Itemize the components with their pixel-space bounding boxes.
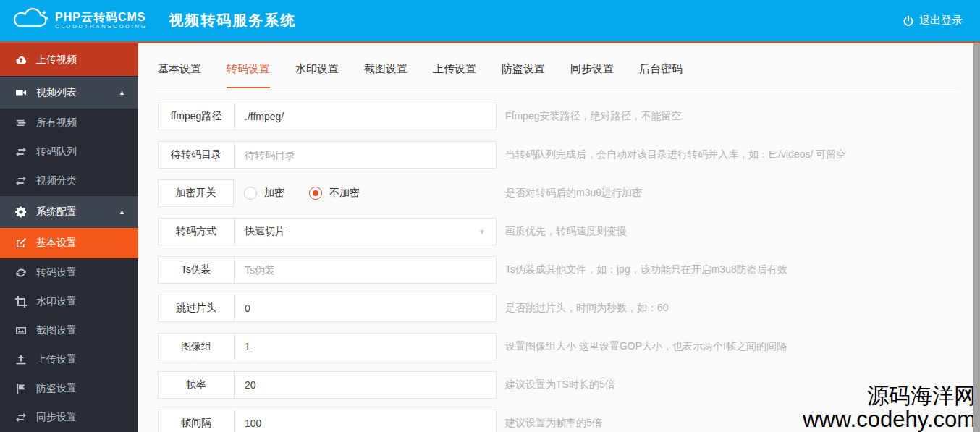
upload-icon <box>14 354 27 366</box>
ffmpeg-path-input[interactable] <box>245 111 486 122</box>
form-row-gop: 图像组设置图像组大小 这里设置GOP大小，也表示两个I帧之间的间隔 <box>158 333 980 360</box>
field-hint: 设置图像组大小 这里设置GOP大小，也表示两个I帧之间的间隔 <box>505 340 787 353</box>
power-icon <box>903 15 914 27</box>
image-icon <box>14 325 27 337</box>
video-icon <box>14 87 27 99</box>
field-box: 帧率 <box>158 371 497 399</box>
gear-icon <box>14 206 27 219</box>
sidebar-item-video-category[interactable]: 视频分类 <box>0 166 138 195</box>
settings-form: ffmpeg路径Ffmpeg安装路径，绝对路径，不能留空待转码目录当转码队列完成… <box>158 88 980 432</box>
vertical-scrollbar[interactable] <box>973 43 980 432</box>
page-title: 视频转码服务系统 <box>169 11 296 30</box>
form-row-encrypt-switch: 加密开关加密不加密是否对转码后的m3u8进行加密 <box>158 179 980 207</box>
exchange-icon <box>14 412 27 424</box>
form-row-pending-dir: 待转码目录当转码队列完成后，会自动对该目录进行转码并入库，如：E:/videos… <box>158 141 980 169</box>
field-hint: 画质优先，转码速度则变慢 <box>505 225 627 238</box>
field-hint: 当转码队列完成后，会自动对该目录进行转码并入库，如：E:/videos/ 可留空 <box>505 148 846 161</box>
flag-icon <box>14 383 27 395</box>
logout-button[interactable]: 退出登录 <box>903 14 963 27</box>
field-hint: Ffmpeg安装路径，绝对路径，不能留空 <box>505 110 681 123</box>
field-box: ffmpeg路径 <box>158 103 497 130</box>
sidebar-item-label: 上传设置 <box>36 353 77 366</box>
field-box: 帧间隔 <box>158 410 497 432</box>
form-row-ffmpeg-path: ffmpeg路径Ffmpeg安装路径，绝对路径，不能留空 <box>158 103 980 130</box>
sidebar-item-label: 系统配置 <box>36 206 77 219</box>
field-hint: 建议设置为TS时长的5倍 <box>505 378 615 391</box>
sidebar-item-all-videos[interactable]: 所有视频 <box>0 109 138 137</box>
tab-水印设置[interactable]: 水印设置 <box>295 62 339 88</box>
gop-input[interactable] <box>245 341 486 352</box>
watermark: 源码海洋网 www.codehy.com <box>803 384 976 432</box>
logout-label: 退出登录 <box>919 14 963 27</box>
form-row-ts-disguise: Ts伪装Ts伪装成其他文件，如：jpg，该功能只在开启m3u8防盗后有效 <box>158 256 980 284</box>
tab-转码设置[interactable]: 转码设置 <box>227 62 270 88</box>
field-control <box>235 410 496 432</box>
field-box: 图像组 <box>158 333 497 360</box>
field-label: 帧率 <box>159 372 235 398</box>
field-control <box>235 295 496 321</box>
loop-icon <box>14 267 27 279</box>
field-hint: 是否对转码后的m3u8进行加密 <box>505 187 642 200</box>
radio-加密[interactable]: 加密 <box>244 187 284 200</box>
ts-disguise-input[interactable] <box>245 264 486 276</box>
field-hint: 是否跳过片头，时间为秒数，如：60 <box>505 302 669 315</box>
field-label: ffmpeg路径 <box>159 103 235 130</box>
radio-checked-icon <box>309 187 322 200</box>
field-box: 加密开关加密不加密 <box>158 179 497 207</box>
sidebar-item-screenshot-settings[interactable]: 截图设置 <box>0 316 138 345</box>
form-row-transcode-mode: 转码方式快速切片▼画质优先，转码速度则变慢 <box>158 218 980 245</box>
sidebar-item-sync-settings[interactable]: 同步设置 <box>0 403 138 432</box>
list-icon <box>14 117 27 130</box>
watermark-site-name: 源码海洋网 <box>803 384 976 407</box>
transcode-mode-select[interactable]: 快速切片▼ <box>235 219 496 245</box>
sidebar: 上传视频视频列表▲所有视频转码队列视频分类系统配置▲基本设置转码设置水印设置截图… <box>0 43 138 432</box>
tab-同步设置[interactable]: 同步设置 <box>570 62 614 88</box>
sidebar-item-label: 视频分类 <box>36 174 77 187</box>
edit-icon <box>14 237 27 250</box>
sidebar-item-label: 视频列表 <box>36 86 77 99</box>
field-label: 跳过片头 <box>159 295 235 321</box>
sidebar-item-label: 同步设置 <box>36 411 77 424</box>
radio-label: 不加密 <box>329 187 360 200</box>
tab-上传设置[interactable]: 上传设置 <box>433 62 476 88</box>
sidebar-item-basic-settings[interactable]: 基本设置 <box>0 228 138 258</box>
tab-截图设置[interactable]: 截图设置 <box>364 62 407 88</box>
field-label: 转码方式 <box>159 219 235 245</box>
sidebar-item-video-list[interactable]: 视频列表▲ <box>0 76 138 109</box>
pending-dir-input[interactable] <box>245 149 486 161</box>
sidebar-item-watermark-settings[interactable]: 水印设置 <box>0 287 138 316</box>
field-control: 加密不加密 <box>234 179 497 207</box>
field-control <box>235 142 496 168</box>
sidebar-item-antitheft-settings[interactable]: 防盗设置 <box>0 374 138 403</box>
field-hint: 建议设置为帧率的5倍 <box>505 417 602 430</box>
sidebar-item-label: 上传视频 <box>36 54 77 67</box>
select-value: 快速切片 <box>245 225 285 238</box>
sidebar-item-system-config[interactable]: 系统配置▲ <box>0 195 138 228</box>
radio-label: 加密 <box>264 187 284 200</box>
sidebar-item-label: 截图设置 <box>36 324 77 337</box>
chevron-up-icon: ▲ <box>119 208 125 216</box>
tab-防盗设置[interactable]: 防盗设置 <box>502 62 545 88</box>
chevron-up-icon: ▲ <box>119 89 125 96</box>
sidebar-item-transcode-queue[interactable]: 转码队列 <box>0 137 138 166</box>
sidebar-item-upload-settings[interactable]: 上传设置 <box>0 345 138 374</box>
logo-subtitle: CLOUDTRANSCODING <box>55 24 147 30</box>
frame-interval-input[interactable] <box>245 418 486 429</box>
sidebar-item-label: 基本设置 <box>36 237 77 250</box>
sidebar-item-upload-video[interactable]: 上传视频 <box>0 43 138 76</box>
framerate-input[interactable] <box>245 379 486 391</box>
skip-intro-input[interactable] <box>245 302 486 314</box>
field-control <box>235 257 496 283</box>
field-box: 跳过片头 <box>158 295 497 322</box>
scrollbar-thumb[interactable] <box>973 43 980 432</box>
field-label: 帧间隔 <box>159 410 235 432</box>
sidebar-item-transcode-settings[interactable]: 转码设置 <box>0 258 138 287</box>
tab-基本设置[interactable]: 基本设置 <box>158 62 201 88</box>
sidebar-item-label: 防盗设置 <box>36 382 77 395</box>
app-header: PHP云转码CMS CLOUDTRANSCODING 视频转码服务系统 退出登录 <box>0 0 980 43</box>
field-label: 待转码目录 <box>159 142 235 168</box>
tab-后台密码[interactable]: 后台密码 <box>639 62 683 88</box>
watermark-url: www.codehy.com <box>803 407 976 432</box>
radio-不加密[interactable]: 不加密 <box>309 187 360 200</box>
cloud-upload-icon <box>14 54 27 66</box>
